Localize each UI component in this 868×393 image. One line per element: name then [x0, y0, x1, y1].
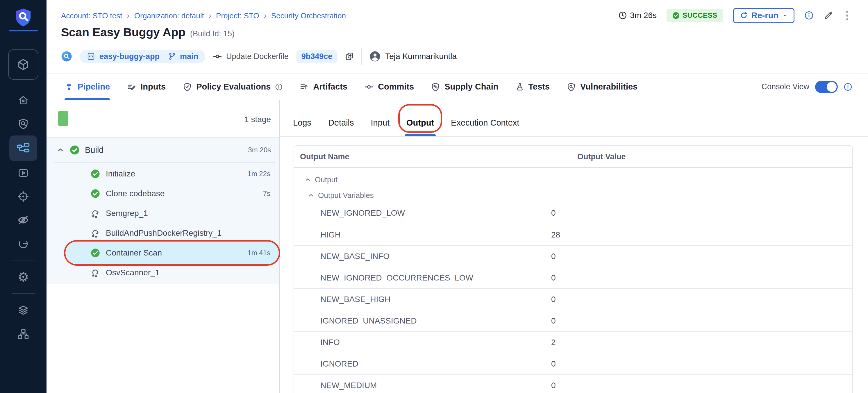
repo-branch-pill[interactable]: easy-buggy-app main [80, 50, 205, 63]
tab-label: Inputs [141, 82, 166, 92]
nav-item-home[interactable] [0, 88, 46, 112]
breadcrumb-account[interactable]: Account: STO test [61, 11, 122, 20]
step-row-container-scan[interactable]: Container Scan 1m 41s [46, 243, 279, 263]
output-variable-row: INFO 2 [294, 331, 852, 353]
step-details-panel: Logs Details Input Output Execution Cont… [280, 100, 868, 393]
inputs-icon [127, 82, 136, 92]
tests-flask-icon [516, 82, 524, 92]
console-view-toggle[interactable] [815, 81, 838, 93]
commit-icon [364, 82, 374, 92]
output-variable-name: IGNORED_UNASSIGNED [294, 316, 551, 326]
copy-icon[interactable] [345, 52, 354, 61]
stage-name: Build [85, 145, 243, 155]
nav-divider [12, 260, 35, 261]
policy-shield-icon [183, 82, 192, 92]
output-variable-row: NEW_MEDIUM 0 [294, 374, 852, 393]
output-group-row[interactable]: Output [294, 173, 852, 187]
output-variable-name: IGNORED [294, 359, 551, 369]
tab-artifacts[interactable]: Artifacts [300, 73, 347, 100]
nav-item-default-settings[interactable] [0, 299, 46, 322]
app-root: ⚙ [0, 0, 868, 393]
output-variable-value: 0 [551, 252, 556, 261]
title-row: Scan Easy Buggy App (Build Id: 15) [61, 26, 235, 39]
sto-logo-shield-icon [14, 7, 33, 27]
output-variables-group-row[interactable]: Output Variables [294, 188, 852, 202]
dtab-details[interactable]: Details [328, 118, 354, 136]
commit-message-wrap[interactable]: Update Dockerfile [213, 52, 289, 61]
nav-item-get-started[interactable] [0, 232, 46, 255]
nav-item-settings[interactable]: ⚙ [0, 265, 46, 289]
nav-item-pipelines[interactable] [0, 135, 46, 161]
content-split: 1 stage Build 3m 20s [46, 100, 868, 393]
breadcrumb-module[interactable]: Security Orchestration [271, 11, 346, 20]
nav-item-executions[interactable] [0, 161, 46, 185]
toggle-knob [827, 82, 837, 92]
nav-item-overview[interactable] [0, 112, 46, 135]
more-options-kebab[interactable] [843, 9, 851, 22]
info-icon[interactable] [804, 11, 814, 20]
breadcrumb-project[interactable]: Project: STO [216, 11, 259, 20]
dtab-label: Details [328, 118, 354, 127]
commit-sha-pill[interactable]: 9b349ce [296, 50, 338, 63]
chevron-up-icon [308, 192, 314, 199]
edit-pencil-icon[interactable] [824, 10, 833, 20]
group-label: Output Variables [318, 191, 374, 200]
dtab-logs[interactable]: Logs [293, 118, 311, 136]
breadcrumb-org[interactable]: Organization: default [134, 11, 204, 20]
col-output-value: Output Value [577, 152, 626, 161]
breadcrumb-separator: › [127, 11, 130, 20]
source-info-row: easy-buggy-app main [61, 49, 457, 64]
dtab-execution-context[interactable]: Execution Context [451, 118, 519, 136]
step-row-semgrep-1[interactable]: Semgrep_1 [46, 204, 279, 223]
step-name: Container Scan [106, 248, 242, 258]
step-row-initialize[interactable]: Initialize 1m 22s [46, 164, 279, 184]
chevron-up-icon[interactable] [56, 146, 65, 154]
tab-tests[interactable]: Tests [516, 73, 550, 100]
step-status-icon [91, 268, 100, 277]
vertical-divider [361, 48, 362, 65]
nav-item-org-structure[interactable] [0, 322, 46, 345]
output-variable-value: 0 [551, 208, 556, 218]
step-name: Semgrep_1 [106, 209, 265, 218]
tab-label: Artifacts [313, 82, 347, 92]
commit-icon [213, 52, 222, 61]
brand-logo[interactable] [9, 7, 38, 31]
rerun-button[interactable]: Re-run [733, 8, 795, 23]
total-duration: 3m 26s [618, 11, 657, 20]
step-status-icon [91, 189, 100, 198]
stage-count-label: 1 stage [244, 115, 271, 124]
success-check-icon [91, 248, 100, 258]
trigger-icon [61, 51, 72, 62]
tab-supply-chain[interactable]: Supply Chain [431, 73, 498, 100]
tab-commits[interactable]: Commits [364, 73, 414, 100]
nav-item-exemptions[interactable] [0, 208, 46, 232]
output-variable-row: NEW_BASE_INFO 0 [294, 245, 852, 267]
tab-pipeline[interactable]: Pipeline [65, 73, 110, 100]
stage-minimap-square[interactable] [58, 111, 68, 126]
caret-down-icon [782, 12, 788, 18]
step-name: Clone codebase [106, 189, 257, 198]
success-check-icon [672, 12, 680, 19]
dtab-input[interactable]: Input [371, 118, 390, 136]
settings-gear-icon: ⚙ [18, 271, 29, 283]
info-icon[interactable] [275, 83, 283, 91]
module-selector-button[interactable] [8, 50, 38, 80]
col-output-name: Output Name [300, 152, 577, 161]
step-row-buildandpushdockerregistry-1[interactable]: BuildAndPushDockerRegistry_1 [46, 223, 279, 243]
tab-vulnerabilities[interactable]: Vulnerabilities [566, 73, 638, 100]
step-row-clone-codebase[interactable]: Clone codebase 7s [46, 184, 279, 204]
branch-name: main [180, 52, 198, 61]
tab-inputs[interactable]: Inputs [127, 73, 166, 100]
output-variable-row: NEW_IGNORED_LOW 0 [294, 202, 852, 224]
layers-icon [17, 304, 29, 316]
step-row-osvscanner-1[interactable]: OsvScanner_1 [46, 263, 279, 282]
tab-policy-evaluations[interactable]: Policy Evaluations [183, 73, 283, 100]
pipeline-icon [65, 82, 73, 92]
execution-header: Account: STO test › Organization: defaul… [46, 0, 868, 73]
nav-item-targets[interactable] [0, 185, 46, 208]
stage-row-build[interactable]: Build 3m 20s [46, 138, 279, 162]
step-name: Initialize [106, 169, 242, 179]
info-icon[interactable] [844, 83, 852, 91]
dtab-output[interactable]: Output [406, 118, 434, 136]
build-id-label: (Build Id: 15) [190, 29, 235, 38]
